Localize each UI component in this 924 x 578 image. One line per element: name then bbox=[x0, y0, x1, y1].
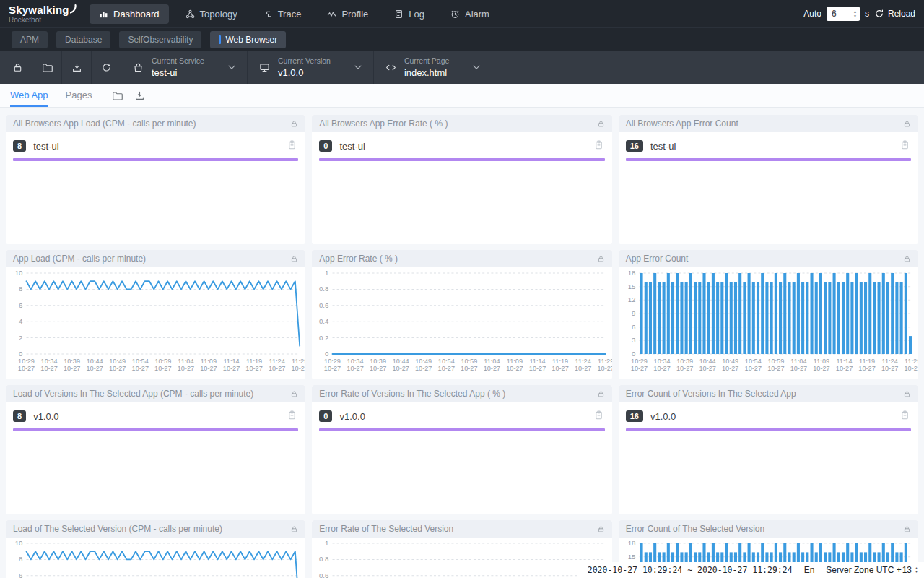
download-button[interactable] bbox=[134, 90, 145, 101]
panel-title: All Browsers App Load (CPM - calls per m… bbox=[13, 118, 196, 129]
panel-header[interactable]: All Browsers App Error Rate ( % ) bbox=[312, 115, 611, 132]
group-tab-database[interactable]: Database bbox=[56, 31, 110, 48]
selector-current-version[interactable]: Current Versionv1.0.0 bbox=[248, 51, 373, 84]
svg-text:0.8: 0.8 bbox=[319, 285, 328, 293]
refresh-icon bbox=[874, 9, 884, 19]
panel-header[interactable]: Error Rate of Versions In The Selected A… bbox=[312, 385, 611, 402]
metric-row: 0v1.0.0 bbox=[319, 410, 604, 422]
metric-list-item[interactable]: 0test-ui bbox=[319, 140, 604, 161]
language-toggle[interactable]: En bbox=[804, 565, 815, 575]
folder-button[interactable] bbox=[112, 90, 123, 101]
svg-text:10-27: 10-27 bbox=[858, 365, 875, 372]
panel-header[interactable]: App Error Count bbox=[619, 250, 918, 267]
trace-icon bbox=[263, 9, 273, 19]
metric-list-item[interactable]: 0v1.0.0 bbox=[319, 410, 604, 431]
svg-text:10-27: 10-27 bbox=[722, 365, 738, 372]
svg-text:10-27: 10-27 bbox=[744, 365, 761, 372]
clipboard-icon[interactable] bbox=[287, 410, 297, 420]
panel-header[interactable]: Load of The Selected Version (CPM - call… bbox=[6, 520, 305, 538]
svg-text:1: 1 bbox=[325, 539, 328, 547]
auto-label: Auto bbox=[803, 9, 821, 19]
panel-title: All Browsers App Error Rate ( % ) bbox=[319, 118, 448, 129]
lock-icon bbox=[597, 525, 605, 533]
clipboard-icon[interactable] bbox=[594, 140, 603, 150]
selector-current-page[interactable]: Current Pageindex.html bbox=[374, 51, 492, 84]
logo[interactable]: Skywalking Rocketbot bbox=[9, 4, 79, 24]
panel-header[interactable]: Error Count of Versions In The Selected … bbox=[619, 385, 918, 402]
clipboard-icon[interactable] bbox=[900, 140, 910, 150]
svg-text:10:44: 10:44 bbox=[87, 358, 103, 365]
metric-list-item[interactable]: 8v1.0.0 bbox=[13, 410, 298, 431]
metric-underline-bar bbox=[626, 428, 911, 431]
clipboard-icon[interactable] bbox=[594, 410, 603, 420]
svg-text:0.4: 0.4 bbox=[319, 317, 329, 325]
clipboard-icon[interactable] bbox=[287, 140, 297, 150]
metric-value-badge: 16 bbox=[626, 410, 643, 422]
nav-item-dashboard[interactable]: Dashboard bbox=[90, 4, 169, 24]
group-tab-selfobservability[interactable]: SelfObservability bbox=[119, 31, 201, 48]
metric-list-item[interactable]: 8test-ui bbox=[13, 140, 298, 161]
svg-text:10-27: 10-27 bbox=[575, 365, 591, 372]
server-zone-stepper[interactable]: ▲▼ bbox=[915, 566, 918, 574]
svg-text:10-27: 10-27 bbox=[86, 365, 103, 372]
metric-row: 8test-ui bbox=[13, 140, 298, 152]
group-tab-web-browser[interactable]: Web Browser bbox=[210, 31, 286, 48]
nav-item-profile[interactable]: Profile bbox=[318, 4, 378, 24]
reload-button[interactable]: Reload bbox=[874, 9, 915, 19]
panel-title: Error Count of The Selected Version bbox=[626, 524, 765, 534]
subtab-pages[interactable]: Pages bbox=[66, 84, 92, 107]
svg-text:10-27: 10-27 bbox=[438, 365, 455, 372]
panel-title: Error Rate of The Selected Version bbox=[319, 524, 453, 534]
metric-name: test-ui bbox=[33, 141, 58, 152]
svg-text:10-27: 10-27 bbox=[18, 365, 35, 372]
dashboard-group-tabs: APMDatabaseSelfObservabilityWeb Browser bbox=[0, 27, 924, 51]
svg-text:10-27: 10-27 bbox=[552, 365, 569, 372]
app-root: Skywalking Rocketbot DashboardTopologyTr… bbox=[0, 0, 924, 578]
nav-item-log[interactable]: Log bbox=[385, 4, 434, 24]
svg-text:8: 8 bbox=[19, 285, 22, 293]
metric-list-item[interactable]: 16test-ui bbox=[626, 140, 911, 161]
subtab-web-app[interactable]: Web App bbox=[10, 84, 48, 107]
svg-text:11:09: 11:09 bbox=[201, 358, 217, 365]
panel-header[interactable]: Load of Versions In The Selected App (CP… bbox=[6, 385, 305, 402]
panel-header[interactable]: All Browsers App Error Count bbox=[619, 115, 918, 132]
panel-header[interactable]: All Browsers App Load (CPM - calls per m… bbox=[6, 115, 305, 132]
download-button[interactable] bbox=[62, 51, 91, 84]
panel-header[interactable]: Error Count of The Selected Version bbox=[619, 520, 918, 538]
metric-list-item[interactable]: 16v1.0.0 bbox=[626, 410, 911, 431]
lock-button[interactable] bbox=[3, 51, 32, 84]
auto-interval-input[interactable]: 6 ▲▼ bbox=[827, 7, 860, 21]
panel-header[interactable]: App Load (CPM - calls per minute) bbox=[6, 250, 305, 267]
folder-button[interactable] bbox=[32, 51, 61, 84]
clipboard-icon[interactable] bbox=[900, 410, 910, 420]
panel-title: App Error Rate ( % ) bbox=[319, 254, 398, 264]
svg-text:10-27: 10-27 bbox=[245, 365, 262, 372]
group-tab-apm[interactable]: APM bbox=[12, 31, 48, 48]
bar-chart-icon bbox=[99, 9, 108, 19]
nav-item-alarm[interactable]: Alarm bbox=[441, 4, 499, 24]
nav-item-label: Topology bbox=[200, 9, 237, 20]
panel-title: App Error Count bbox=[626, 254, 689, 264]
panel-header[interactable]: Error Rate of The Selected Version bbox=[312, 520, 611, 538]
refresh-button[interactable] bbox=[92, 51, 121, 84]
download-icon bbox=[134, 90, 145, 101]
selector-text: Current Servicetest-ui bbox=[152, 56, 204, 78]
subtab-actions bbox=[112, 90, 145, 101]
metric-name: v1.0.0 bbox=[650, 411, 676, 422]
svg-text:10:49: 10:49 bbox=[722, 358, 738, 365]
time-range-picker[interactable]: 2020-10-27 10:29:24 ~ 2020-10-27 11:29:2… bbox=[588, 565, 793, 575]
svg-text:10-27: 10-27 bbox=[370, 365, 386, 372]
auto-interval-stepper[interactable]: ▲▼ bbox=[850, 7, 860, 21]
metric-name: v1.0.0 bbox=[33, 411, 58, 422]
svg-text:11:24: 11:24 bbox=[881, 358, 897, 365]
svg-text:10:39: 10:39 bbox=[370, 358, 386, 365]
nav-item-topology[interactable]: Topology bbox=[176, 4, 247, 24]
svg-text:11:29: 11:29 bbox=[905, 358, 918, 365]
server-zone-label: Server Zone UTC + bbox=[826, 565, 901, 575]
panel-error-count-of-versions-in-the-selected-app: Error Count of Versions In The Selected … bbox=[619, 385, 918, 514]
svg-text:11:19: 11:19 bbox=[246, 358, 262, 365]
nav-item-trace[interactable]: Trace bbox=[254, 4, 311, 24]
panel-header[interactable]: App Error Rate ( % ) bbox=[312, 250, 611, 267]
selector-current-service[interactable]: Current Servicetest-ui bbox=[121, 51, 247, 84]
metric-row: 0test-ui bbox=[319, 140, 604, 152]
